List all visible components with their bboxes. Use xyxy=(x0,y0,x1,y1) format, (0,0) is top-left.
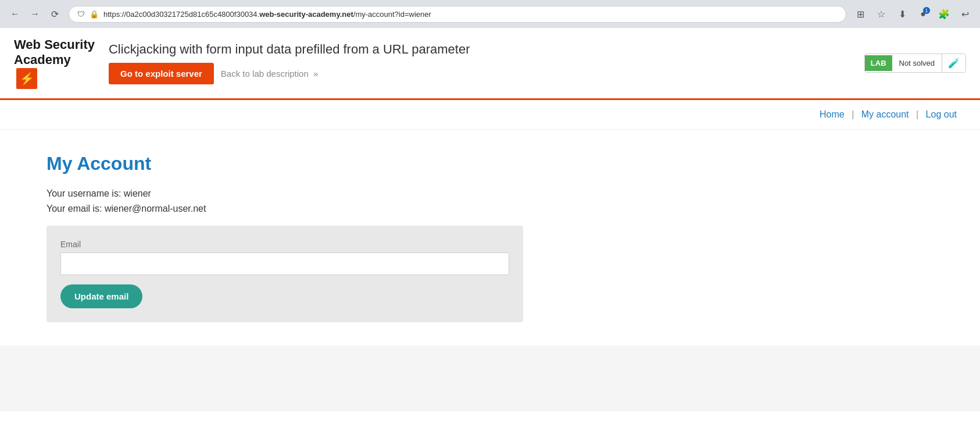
logo-area: Web Security Academy ⚡ xyxy=(14,37,95,89)
browser-chrome: ← → ⟳ 🛡 🔒 https://0a2c00d30321725d81c65c… xyxy=(0,0,980,28)
forward-button[interactable]: → xyxy=(27,6,43,22)
lock-icon: 🔒 xyxy=(90,10,99,19)
exploit-server-button[interactable]: Go to exploit server xyxy=(109,63,214,84)
url-prefix: https://0a2c00d30321725d81c65c4800f30034… xyxy=(103,10,259,19)
lab-actions: Go to exploit server Back to lab descrip… xyxy=(109,63,850,84)
email-field-label: Email xyxy=(60,240,509,249)
url-path: /my-account?id=wiener xyxy=(353,10,431,19)
separator-2: | xyxy=(916,109,918,119)
lab-info: Clickjacking with form input data prefil… xyxy=(109,42,850,84)
username-info: Your username is: wiener xyxy=(47,188,933,199)
flask-icon: 🧪 xyxy=(942,54,965,72)
lab-status: LAB Not solved 🧪 xyxy=(864,54,966,73)
page-content: Home | My account | Log out My Account Y… xyxy=(0,100,980,411)
page-title: My Account xyxy=(47,153,933,175)
download-icon[interactable]: ⬇ xyxy=(894,6,910,22)
back-button[interactable]: ← xyxy=(7,6,23,22)
email-input[interactable] xyxy=(60,252,509,275)
lab-title: Clickjacking with form input data prefil… xyxy=(109,42,850,57)
update-email-button[interactable]: Update email xyxy=(60,284,142,308)
qr-icon[interactable]: ⊞ xyxy=(852,6,868,22)
lab-not-solved-label: Not solved xyxy=(892,55,942,71)
nav-buttons: ← → ⟳ xyxy=(7,6,63,22)
nav-logout-link[interactable]: Log out xyxy=(926,109,957,119)
bookmark-icon[interactable]: ☆ xyxy=(873,6,889,22)
email-form-container: Email Update email xyxy=(47,226,523,322)
extensions-icon[interactable]: 🧩 xyxy=(936,6,952,22)
page-inner: Home | My account | Log out My Account Y… xyxy=(0,100,980,346)
browser-icons: ⊞ ☆ ⬇ ● 1 🧩 ↩ xyxy=(852,6,973,22)
notifications-icon[interactable]: ● 1 xyxy=(915,6,931,22)
logo-name: Web Security Academy ⚡ xyxy=(14,37,95,89)
back-to-lab-link[interactable]: Back to lab description » xyxy=(221,69,318,79)
security-icon: 🛡 xyxy=(77,10,85,19)
nav-home-link[interactable]: Home xyxy=(820,109,845,119)
url-domain: web-security-academy.net xyxy=(259,10,353,19)
logo-icon: ⚡ xyxy=(16,68,37,89)
nav-my-account-link[interactable]: My account xyxy=(861,109,909,119)
separator-1: | xyxy=(852,109,854,119)
address-bar[interactable]: 🛡 🔒 https://0a2c00d30321725d81c65c4800f3… xyxy=(69,6,846,23)
site-nav: Home | My account | Log out xyxy=(0,100,980,130)
logo-text-area: Web Security Academy ⚡ xyxy=(14,37,95,89)
url-display: https://0a2c00d30321725d81c65c4800f30034… xyxy=(103,10,431,19)
email-info: Your email is: wiener@normal-user.net xyxy=(47,204,933,214)
main-content: My Account Your username is: wiener Your… xyxy=(0,130,980,346)
back-arrow-icon[interactable]: ↩ xyxy=(957,6,973,22)
lab-badge: LAB xyxy=(865,55,892,71)
lab-header: Web Security Academy ⚡ Clickjacking with… xyxy=(0,28,980,100)
reload-button[interactable]: ⟳ xyxy=(47,6,63,22)
